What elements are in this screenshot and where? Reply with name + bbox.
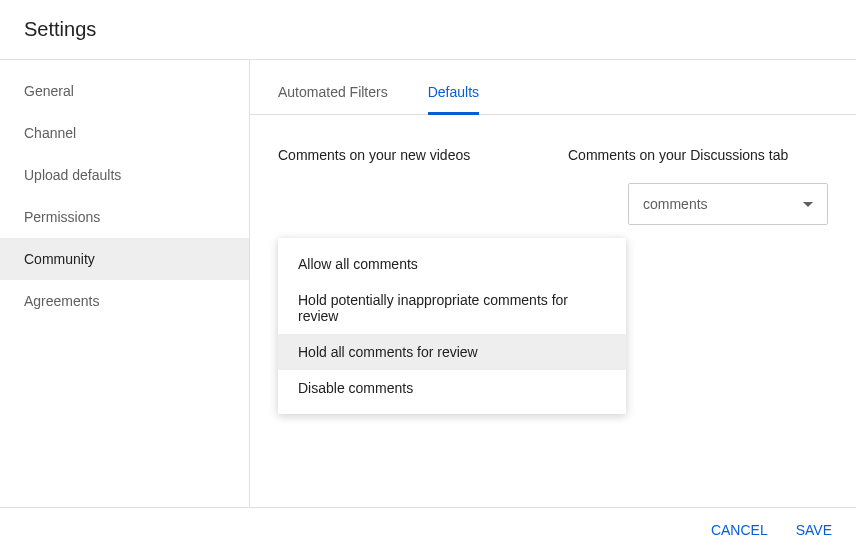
header: Settings (0, 0, 856, 59)
sidebar-item-agreements[interactable]: Agreements (0, 280, 249, 322)
sections: Comments on your new videos Comments on … (250, 115, 856, 225)
footer: CANCEL SAVE (0, 507, 856, 552)
tabs: Automated Filters Defaults (250, 60, 856, 115)
section-title-discussions: Comments on your Discussions tab (568, 147, 828, 163)
section-title-new-videos: Comments on your new videos (278, 147, 538, 163)
discussions-select-value: comments (643, 196, 708, 212)
tab-defaults[interactable]: Defaults (428, 84, 479, 114)
sidebar-item-general[interactable]: General (0, 70, 249, 112)
sidebar: General Channel Upload defaults Permissi… (0, 60, 250, 508)
sidebar-item-community[interactable]: Community (0, 238, 249, 280)
content-area: General Channel Upload defaults Permissi… (0, 60, 856, 508)
sidebar-item-upload-defaults[interactable]: Upload defaults (0, 154, 249, 196)
option-disable[interactable]: Disable comments (278, 370, 626, 406)
section-new-videos: Comments on your new videos (278, 147, 538, 225)
cancel-button[interactable]: CANCEL (711, 522, 768, 538)
option-hold-all[interactable]: Hold all comments for review (278, 334, 626, 370)
chevron-down-icon (803, 202, 813, 207)
discussions-select[interactable]: comments (628, 183, 828, 225)
sidebar-item-channel[interactable]: Channel (0, 112, 249, 154)
option-allow-all[interactable]: Allow all comments (278, 246, 626, 282)
tab-automated-filters[interactable]: Automated Filters (278, 84, 388, 114)
option-hold-inappropriate[interactable]: Hold potentially inappropriate comments … (278, 282, 626, 334)
comments-dropdown-menu: Allow all comments Hold potentially inap… (278, 238, 626, 414)
main-panel: Automated Filters Defaults Comments on y… (250, 60, 856, 508)
page-title: Settings (24, 18, 832, 41)
save-button[interactable]: SAVE (796, 522, 832, 538)
section-discussions: Comments on your Discussions tab comment… (568, 147, 828, 225)
sidebar-item-permissions[interactable]: Permissions (0, 196, 249, 238)
